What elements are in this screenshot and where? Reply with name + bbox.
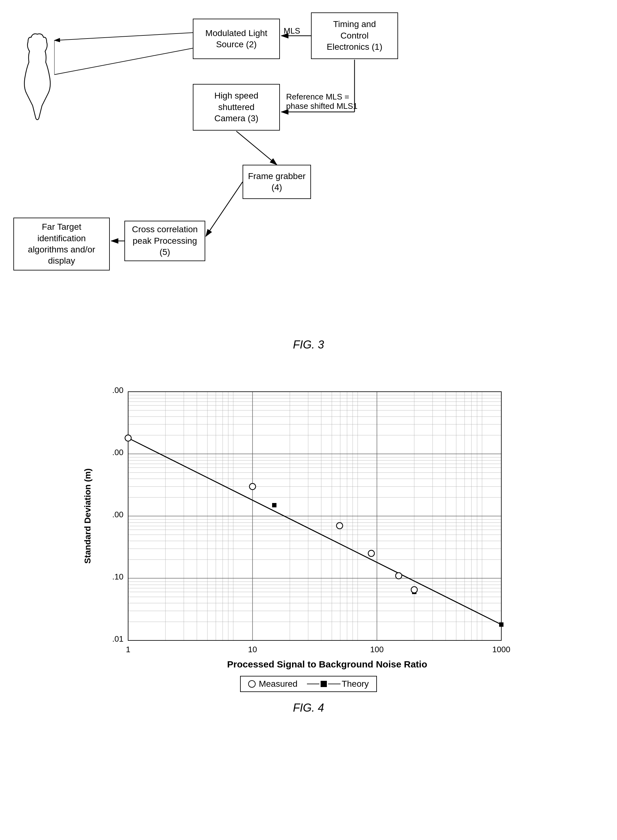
svg-point-86 bbox=[125, 435, 131, 441]
theory-line-symbol2 bbox=[328, 684, 341, 684]
svg-line-11 bbox=[206, 182, 242, 236]
svg-line-8 bbox=[55, 48, 193, 75]
measured-symbol bbox=[248, 680, 255, 688]
theory-label: Theory bbox=[342, 679, 369, 689]
modulated-light-source-box: Modulated Light Source (2) bbox=[193, 19, 280, 59]
far-target-box: Far Target identification algorithms and… bbox=[13, 218, 110, 270]
camera-box: High speed shuttered Camera (3) bbox=[193, 84, 280, 131]
legend-container: Measured Theory bbox=[75, 676, 542, 692]
svg-rect-82 bbox=[272, 503, 276, 507]
svg-text:1000: 1000 bbox=[492, 645, 510, 654]
svg-text:Reference MLS =: Reference MLS = bbox=[286, 92, 349, 101]
fig4-caption: FIG. 4 bbox=[75, 701, 542, 715]
svg-text:100.00: 100.00 bbox=[112, 386, 124, 395]
measured-label: Measured bbox=[259, 679, 298, 689]
svg-point-91 bbox=[411, 587, 417, 593]
svg-text:MLS: MLS bbox=[283, 26, 300, 35]
svg-text:phase shifted MLS1: phase shifted MLS1 bbox=[286, 101, 358, 111]
svg-line-7 bbox=[55, 32, 193, 40]
svg-point-90 bbox=[396, 573, 402, 579]
x-axis-label: Processed Signal to Background Noise Rat… bbox=[112, 659, 542, 670]
theory-legend: Theory bbox=[307, 679, 369, 689]
theory-line-symbol bbox=[307, 684, 319, 684]
svg-rect-85 bbox=[499, 622, 503, 627]
frame-grabber-box: Frame grabber (4) bbox=[242, 165, 311, 199]
target-silhouette bbox=[17, 31, 58, 124]
svg-point-89 bbox=[368, 550, 375, 557]
legend-box: Measured Theory bbox=[240, 676, 377, 692]
svg-point-87 bbox=[249, 483, 255, 490]
svg-text:0.10: 0.10 bbox=[112, 572, 124, 581]
fig4-section: Standard Deviation (m) bbox=[0, 358, 617, 739]
svg-line-10 bbox=[236, 131, 277, 165]
svg-text:10.00: 10.00 bbox=[112, 448, 124, 457]
y-axis-label: Standard Deviation (m) bbox=[83, 469, 93, 564]
chart-wrapper: Standard Deviation (m) bbox=[75, 376, 542, 715]
svg-text:0.01: 0.01 bbox=[112, 634, 124, 644]
theory-square-symbol bbox=[320, 681, 327, 687]
fig3-section: MLS Reference MLS = phase shifted MLS1 M… bbox=[0, 0, 617, 358]
timing-control-box: Timing and Control Electronics (1) bbox=[311, 12, 398, 59]
cross-correlation-box: Cross correlation peak Processing (5) bbox=[124, 221, 205, 261]
svg-text:10: 10 bbox=[248, 645, 257, 654]
y-axis-label-container: Standard Deviation (m) bbox=[75, 376, 100, 656]
svg-text:1: 1 bbox=[126, 645, 130, 654]
chart-area: 0.01 0.10 1.00 10.00 100.00 1 10 100 100… bbox=[112, 376, 529, 656]
svg-text:1.00: 1.00 bbox=[112, 510, 124, 519]
chart-svg: 0.01 0.10 1.00 10.00 100.00 1 10 100 100… bbox=[112, 376, 517, 656]
svg-point-88 bbox=[337, 523, 343, 529]
svg-text:100: 100 bbox=[370, 645, 384, 654]
